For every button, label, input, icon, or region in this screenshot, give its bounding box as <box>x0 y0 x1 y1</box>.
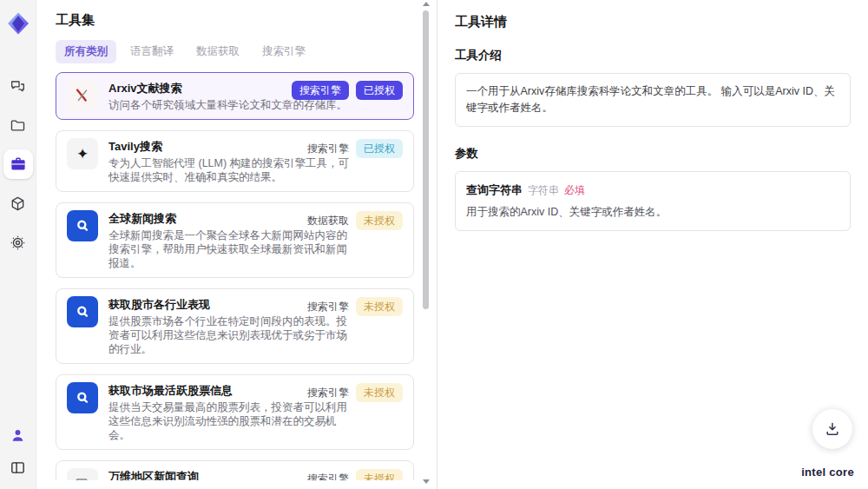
tool-detail-panel: 工具详情 工具介绍 一个用于从Arxiv存储库搜索科学论文和文章的工具。 输入可… <box>437 0 868 489</box>
status-badge: 已授权 <box>356 139 403 158</box>
list-scrollbar[interactable] <box>422 2 430 484</box>
tab-all-categories[interactable]: 所有类别 <box>56 40 116 63</box>
sidebar-item-collapse[interactable] <box>3 453 33 482</box>
download-icon <box>824 420 841 438</box>
status-badge: 未授权 <box>356 211 403 230</box>
status-badge: 未授权 <box>356 469 403 480</box>
tool-card-active-stocks[interactable]: 获取市场最活跃股票信息 提供当天交易量最高的股票列表，投资者可以利用这些信息来识… <box>56 374 414 450</box>
tab-translation[interactable]: 语言翻译 <box>122 40 182 63</box>
scrollbar-thumb[interactable] <box>423 10 429 309</box>
tool-card-global-news[interactable]: 全球新闻搜索 全球新闻搜索是一个聚合全球各大新闻网站内容的搜索引擎，帮助用户快速… <box>56 202 414 278</box>
page-title: 工具集 <box>56 12 437 29</box>
tool-card-stock-sector[interactable]: 获取股市各行业表现 提供股票市场各个行业在特定时间段内的表现。投资者可以利用这些… <box>56 288 414 364</box>
sidebar-item-packages[interactable] <box>3 188 33 218</box>
tool-card-regional-news[interactable]: 万维地区新闻查询 查询具体行政区划内的新闻，快速了解各地新闻动 搜索引擎 未授权 <box>56 460 414 480</box>
arxiv-icon <box>67 80 98 111</box>
active-stock-search-icon <box>67 382 98 413</box>
sidebar-item-account[interactable] <box>3 420 33 450</box>
tool-badges: 搜索引擎 未授权 <box>307 383 403 402</box>
tool-description: 访问各个研究领域大量科学论文和文章的存储库。 <box>108 98 350 112</box>
app-logo <box>5 10 31 36</box>
status-badge: 已授权 <box>356 81 403 100</box>
package-icon <box>10 195 26 212</box>
tool-badges: 搜索引擎 未授权 <box>307 297 403 316</box>
category-label: 数据获取 <box>307 214 349 228</box>
download-button[interactable] <box>812 409 852 449</box>
newspaper-icon <box>67 468 98 480</box>
tool-badges: 搜索引擎 未授权 <box>307 469 403 480</box>
intro-box: 一个用于从Arxiv存储库搜索科学论文和文章的工具。 输入可以是Arxiv ID… <box>455 73 851 127</box>
tool-description: 提供当天交易量最高的股票列表，投资者可以利用这些信息来识别流动性强的股票和潜在的… <box>108 400 350 442</box>
chat-icon <box>10 78 26 95</box>
category-label: 搜索引擎 <box>307 472 349 481</box>
app-window: 工具集 所有类别 语言翻译 数据获取 搜索引擎 Arxiv文献搜索 访问各个研究… <box>0 0 868 489</box>
category-label: 搜索引擎 <box>307 386 349 400</box>
toolbox-icon <box>10 155 27 173</box>
news-search-icon <box>67 210 98 241</box>
sidebar-item-chat[interactable] <box>3 71 33 101</box>
tool-description: 提供股票市场各个行业在特定时间段内的表现。投资者可以利用这些信息来识别表现优于或… <box>108 314 350 356</box>
sidebar-bottom <box>3 420 33 482</box>
status-badge: 未授权 <box>356 297 403 316</box>
category-label: 搜索引擎 <box>307 300 349 314</box>
scrollbar-up-arrow-icon[interactable] <box>423 2 430 6</box>
param-name: 查询字符串 <box>466 182 523 198</box>
detail-title: 工具详情 <box>455 14 851 30</box>
sidebar-item-tools[interactable] <box>3 149 33 179</box>
intro-heading: 工具介绍 <box>455 48 851 63</box>
scrollbar-down-arrow-icon[interactable] <box>423 479 430 484</box>
tool-badges: 搜索引擎 已授权 <box>292 81 403 100</box>
sidebar-item-files[interactable] <box>3 110 33 140</box>
status-badge: 未授权 <box>356 383 403 402</box>
tools-list: Arxiv文献搜索 访问各个研究领域大量科学论文和文章的存储库。 搜索引擎 已授… <box>56 72 437 480</box>
sidebar-item-settings[interactable] <box>3 228 33 257</box>
sidebar-nav <box>3 71 33 257</box>
tool-description: 全球新闻搜索是一个聚合全球各大新闻网站内容的搜索引擎，帮助用户快速获取全球最新资… <box>108 228 350 270</box>
stock-sector-search-icon <box>67 296 98 327</box>
param-description: 用于搜索的Arxiv ID、关键字或作者姓名。 <box>466 205 839 220</box>
param-head: 查询字符串 字符串 必填 <box>466 182 839 198</box>
intel-core-logo: intel core <box>801 466 854 479</box>
param-required-badge: 必填 <box>564 183 585 198</box>
param-box: 查询字符串 字符串 必填 用于搜索的Arxiv ID、关键字或作者姓名。 <box>455 171 851 231</box>
category-label: 搜索引擎 <box>307 142 349 156</box>
tool-description: 专为人工智能代理 (LLM) 构建的搜索引擎工具，可快速提供实时、准确和真实的结… <box>108 156 350 184</box>
param-type: 字符串 <box>528 183 559 198</box>
panel-layout-icon <box>10 459 26 476</box>
folder-icon <box>10 117 26 134</box>
params-heading: 参数 <box>455 146 851 162</box>
tool-card-tavily[interactable]: ✦ Tavily搜索 专为人工智能代理 (LLM) 构建的搜索引擎工具，可快速提… <box>56 130 414 192</box>
tools-list-panel: 工具集 所有类别 语言翻译 数据获取 搜索引擎 Arxiv文献搜索 访问各个研究… <box>36 0 437 489</box>
tab-data-fetch[interactable]: 数据获取 <box>187 40 248 63</box>
tool-badges: 数据获取 未授权 <box>307 211 403 230</box>
tab-search-engine[interactable]: 搜索引擎 <box>253 40 314 63</box>
tool-badges: 搜索引擎 已授权 <box>307 139 403 158</box>
category-badge: 搜索引擎 <box>292 81 349 100</box>
category-tabs: 所有类别 语言翻译 数据获取 搜索引擎 <box>56 40 437 63</box>
settings-icon <box>10 235 26 251</box>
user-icon <box>10 427 26 444</box>
tool-card-arxiv[interactable]: Arxiv文献搜索 访问各个研究领域大量科学论文和文章的存储库。 搜索引擎 已授… <box>56 72 414 120</box>
tavily-icon: ✦ <box>67 138 98 169</box>
sidebar-rail <box>0 0 36 489</box>
